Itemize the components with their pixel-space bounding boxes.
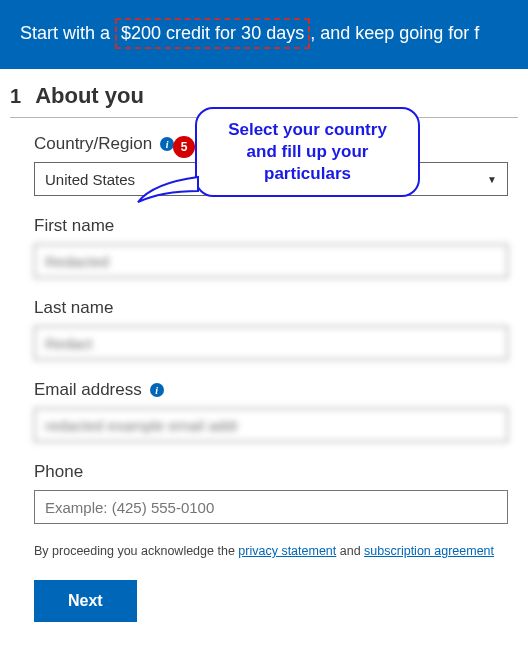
- annotation-tail-icon: [138, 177, 198, 202]
- field-last-name: Last name: [34, 298, 508, 360]
- subscription-link[interactable]: subscription agreement: [364, 544, 494, 558]
- chevron-down-icon: ▼: [487, 174, 497, 185]
- legal-text: By proceeding you acknowledge the privac…: [34, 544, 508, 558]
- banner-suffix: , and keep going for f: [310, 23, 479, 43]
- banner-prefix: Start with a: [20, 23, 115, 43]
- last-name-input[interactable]: [34, 326, 508, 360]
- step-title: About you: [35, 83, 144, 109]
- first-name-input[interactable]: [34, 244, 508, 278]
- legal-prefix: By proceeding you acknowledge the: [34, 544, 238, 558]
- annotation-bubble: Select your country and fill up your par…: [195, 107, 420, 197]
- banner-highlight: $200 credit for 30 days: [115, 18, 310, 49]
- country-label: Country/Region: [34, 134, 152, 154]
- step-number: 1: [10, 85, 21, 108]
- email-label: Email address: [34, 380, 142, 400]
- form-area: 5 Select your country and fill up your p…: [10, 134, 518, 622]
- info-icon[interactable]: i: [160, 137, 174, 151]
- privacy-link[interactable]: privacy statement: [238, 544, 336, 558]
- first-name-label: First name: [34, 216, 114, 236]
- field-email: Email address i: [34, 380, 508, 442]
- info-icon[interactable]: i: [150, 383, 164, 397]
- field-first-name: First name: [34, 216, 508, 278]
- email-input[interactable]: [34, 408, 508, 442]
- field-phone: Phone: [34, 462, 508, 524]
- last-name-label: Last name: [34, 298, 113, 318]
- email-label-row: Email address i: [34, 380, 508, 400]
- promo-banner: Start with a $200 credit for 30 days, an…: [0, 0, 528, 69]
- next-button[interactable]: Next: [34, 580, 137, 622]
- phone-label: Phone: [34, 462, 83, 482]
- legal-middle: and: [336, 544, 364, 558]
- phone-input[interactable]: [34, 490, 508, 524]
